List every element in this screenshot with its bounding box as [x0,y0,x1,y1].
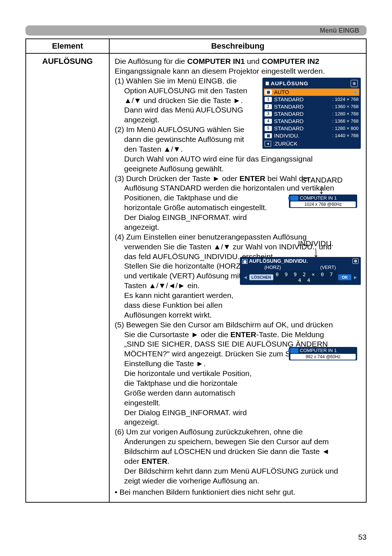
close-icon: ⊗ [351,80,358,87]
projector-icon [290,348,298,353]
row-element-name: AUFLÖSUNG [26,53,109,502]
close-icon: ⊗ [352,258,359,264]
osd-menu-item: 1STANDARD: 1024 × 768 [264,96,359,103]
osd-title: IIIIAUFLÖSUNG [265,80,309,87]
chevron-left-icon: ◄ [241,274,249,280]
page-number: 53 [358,533,367,541]
osd-back-row: ◄:ZURÜCK [264,140,359,147]
osd-menu-item: 5STANDARD: 1280 × 800 [264,125,359,132]
intro: Die Auflösung für die COMPUTER IN1 und C… [115,57,325,75]
projector-icon [290,196,298,201]
col-description: Beschreibung [109,39,366,53]
delete-button: LÖSCHEN [249,274,273,280]
chevron-right-icon: ► [351,274,359,280]
osd-menu-item: 3STANDARD: 1280 × 768 [264,110,359,118]
osd-menu-item: ▦INDIVIDU.: 1440 × 768 [264,132,359,139]
info-chip-individu: COMPUTER IN 1 992 x 744 @60Hz [289,347,357,360]
row-description: Die Auflösung für die COMPUTER IN1 und C… [109,53,366,502]
resolution-values: 0 9 9 2 × 0 7 4 4 [273,271,337,284]
osd-menu-item: 2STANDARD: 1360 × 768 [264,103,359,110]
step5: (5) Bewegen Sie den Cursor am Bildschirm… [115,320,361,428]
info-chip-standard: COMPUTER IN 1 1024 x 768 @60Hz [289,195,357,208]
osd-menu-item: 4STANDARD: 1366 × 768 [264,118,359,125]
section-header: Menü EINGB [25,25,367,36]
note: • Bei manchen Bildern funktioniert dies … [115,487,361,497]
osd-menu-item: ▦AUTO► [264,89,359,96]
osd-individu-bar: ▦AUFLÖSUNG_INDIVIDU. ⊗ (HORZ)(VERT) ◄ LÖ… [240,257,361,285]
osd-resolution-menu: IIIIAUFLÖSUNG ⊗ ▦AUTO►1STANDARD: 1024 × … [262,78,361,149]
step6: (6) Um zur vorigen Auflösung zurückzukeh… [115,428,361,486]
ok-button: OK [338,274,352,280]
col-element: Element [26,39,109,53]
feature-table: Element Beschreibung AUFLÖSUNG Die Auflö… [25,38,367,503]
